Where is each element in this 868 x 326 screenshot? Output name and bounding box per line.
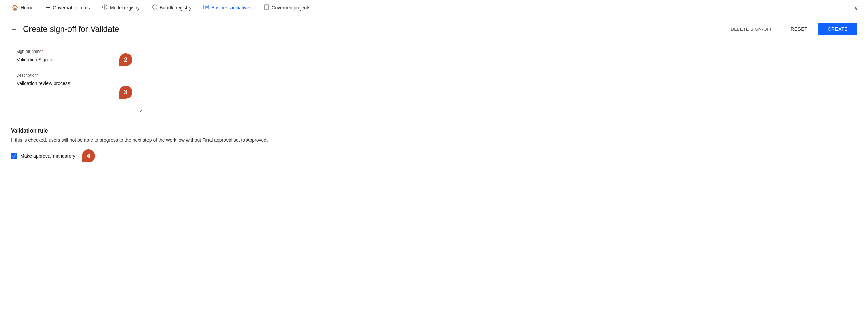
svg-marker-6 (152, 5, 157, 9)
nav-label-governable-items: Governable items (53, 5, 90, 11)
bundle-registry-icon (152, 4, 157, 11)
svg-point-1 (104, 6, 105, 8)
main-content: Sign-off name* 2 Description* Validation… (0, 41, 868, 173)
create-button[interactable]: CREATE (818, 23, 857, 35)
description-textarea-wrapper: Description* Validation review process 3 (11, 76, 143, 114)
make-approval-mandatory-row: Make approval mandatory 4 (11, 149, 857, 162)
governable-items-icon: ⚌ (45, 4, 50, 11)
section-divider (11, 122, 857, 122)
nav-chevron-icon[interactable]: ∨ (850, 4, 863, 12)
checkbox-badge: 4 (82, 149, 95, 162)
nav-item-home[interactable]: 🏠 Home (5, 0, 39, 16)
signoff-name-label: Sign-off name* (15, 49, 44, 54)
signoff-name-field-group: Sign-off name* 2 (11, 52, 857, 67)
top-navigation: 🏠 Home ⚌ Governable items Model registry… (0, 0, 868, 16)
description-field-group: Description* Validation review process 3 (11, 76, 857, 114)
page-header-actions: DELETE SIGN-OFF RESET CREATE (724, 23, 857, 35)
make-approval-mandatory-checkbox[interactable] (11, 153, 17, 159)
nav-label-business-initiatives: Business initiatives (211, 5, 251, 11)
page-title: Create sign-off for Validate (23, 24, 119, 34)
nav-item-bundle-registry[interactable]: Bundle registry (146, 0, 197, 16)
nav-label-home: Home (21, 5, 33, 11)
reset-button[interactable]: RESET (784, 24, 814, 35)
validation-rule-title: Validation rule (11, 128, 857, 134)
back-button[interactable]: ← (11, 25, 18, 33)
description-badge: 3 (119, 86, 132, 99)
validation-rule-description: If this is checked, users will not be ab… (11, 137, 857, 143)
page-header: ← Create sign-off for Validate DELETE SI… (0, 16, 868, 41)
nav-label-bundle-registry: Bundle registry (160, 5, 191, 11)
delete-signoff-button[interactable]: DELETE SIGN-OFF (724, 24, 780, 35)
description-label: Description* (15, 73, 40, 78)
nav-label-model-registry: Model registry (110, 5, 140, 11)
make-approval-mandatory-label: Make approval mandatory (20, 153, 75, 159)
model-registry-icon (102, 4, 107, 11)
page-header-left: ← Create sign-off for Validate (11, 24, 119, 34)
home-icon: 🏠 (12, 4, 18, 11)
nav-label-governed-projects: Governed projects (272, 5, 310, 11)
signoff-name-required: * (42, 49, 43, 54)
nav-item-business-initiatives[interactable]: Business initiatives (197, 0, 257, 16)
signoff-name-input-wrapper: Sign-off name* 2 (11, 52, 143, 67)
governed-projects-icon (264, 4, 269, 11)
business-initiatives-icon (203, 4, 209, 11)
nav-item-governed-projects[interactable]: Governed projects (258, 0, 316, 16)
nav-item-model-registry[interactable]: Model registry (96, 0, 146, 16)
signoff-name-badge: 2 (119, 53, 132, 66)
description-required: * (37, 73, 38, 78)
nav-item-governable-items[interactable]: ⚌ Governable items (39, 0, 96, 16)
